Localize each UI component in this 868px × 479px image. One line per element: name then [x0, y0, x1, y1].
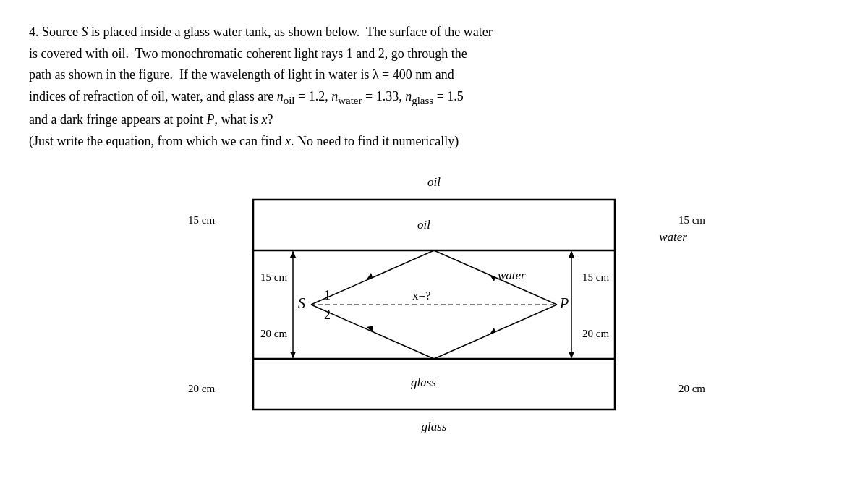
label-15cm-right-svg: 15 cm [582, 271, 609, 283]
diagram-container: oil glass water 15 cm 20 cm 15 cm 20 cm [29, 174, 839, 435]
label-20cm-left-svg: 20 cm [260, 328, 287, 339]
label-20cm-right: 20 cm [678, 383, 705, 395]
label-20cm-right-svg: 20 cm [582, 328, 609, 339]
problem-number: 4. [29, 25, 39, 39]
and-connector-2: and [29, 112, 48, 127]
label-ray1: 1 [324, 288, 331, 302]
label-glass: glass [422, 420, 447, 434]
label-water-svg: water [498, 268, 526, 282]
label-oil: oil [427, 175, 441, 190]
diagram-svg: S P 1 2 x=? 15 cm 20 cm 15 cm 20 cm oi [246, 192, 622, 417]
diagram-wrapper: oil glass water 15 cm 20 cm 15 cm 20 cm [246, 192, 622, 417]
label-oil-svg: oil [417, 218, 430, 232]
label-p: P [559, 295, 569, 311]
label-glass-svg: glass [411, 376, 436, 389]
label-15cm-left-svg: 15 cm [260, 271, 287, 283]
and-connector-1: and [206, 89, 225, 103]
label-x: x=? [412, 289, 431, 302]
label-s: S [298, 295, 305, 311]
label-water: water [659, 230, 687, 245]
label-15cm-right: 15 cm [678, 214, 705, 226]
label-15cm-left: 15 cm [188, 214, 215, 226]
problem-text: 4. Source S is placed inside a glass wat… [29, 22, 839, 153]
label-20cm-left: 20 cm [188, 383, 215, 395]
label-ray2: 2 [324, 308, 331, 322]
